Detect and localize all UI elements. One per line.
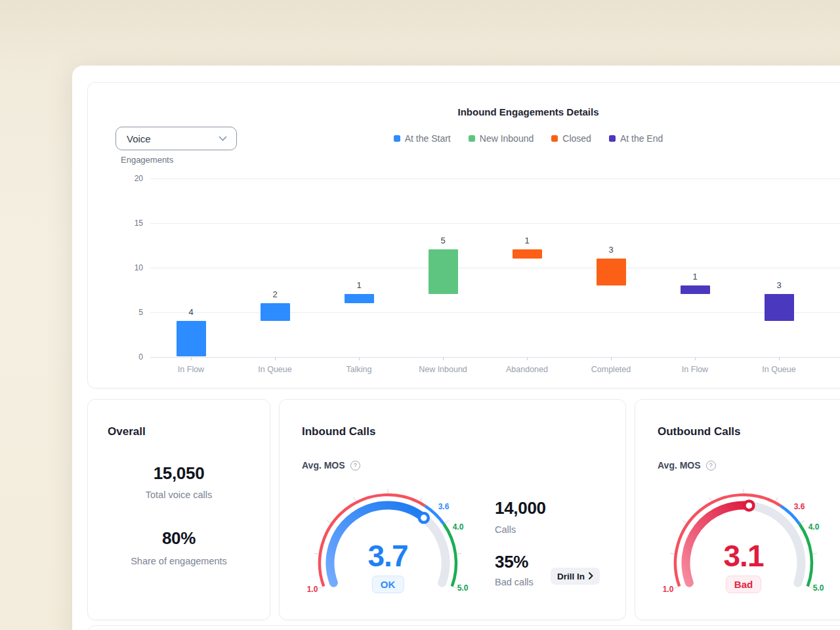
drill-in-button[interactable]: Drill In [551, 568, 600, 585]
gridline [150, 178, 840, 179]
bad-calls-label: Bad calls [495, 577, 534, 587]
mos-value: 3.1 [665, 538, 822, 574]
dashboard-window: Inbound Engagements Details Voice At the… [72, 66, 840, 630]
total-voice-calls-value: 15,050 [88, 463, 270, 484]
legend-item[interactable]: At the End [609, 133, 663, 144]
outbound-card-title: Outbound Calls [658, 425, 741, 438]
mos-gauge: 3.1 Bad 1.03.64.05.0 [665, 483, 822, 598]
gauge-scale-label: 3.6 [794, 502, 805, 511]
bar-value-label: 1 [675, 272, 715, 282]
bar-abandoned[interactable] [513, 249, 542, 259]
bar-value-label: 2 [255, 289, 295, 300]
x-axis-tick [611, 358, 612, 360]
chart-title: Inbound Engagements Details [88, 106, 840, 117]
x-axis-tick [359, 358, 360, 360]
legend-swatch-icon [394, 135, 400, 142]
gauge-scale-label: 1.0 [663, 585, 674, 594]
mos-gauge: 3.7 OK 1.03.64.05.0 [309, 483, 467, 598]
legend-swatch-icon [609, 135, 616, 142]
mos-status-badge: OK [372, 576, 404, 593]
calls-label: Calls [495, 524, 516, 535]
x-axis-tick [527, 358, 528, 360]
bar-value-label: 3 [591, 245, 631, 255]
gridline [150, 357, 840, 358]
y-axis-title: Engagements [121, 155, 173, 165]
bar-talking[interactable] [345, 294, 374, 303]
legend-item[interactable]: New Inbound [469, 133, 534, 144]
x-axis-tick [695, 358, 696, 360]
y-axis-tick-label: 5 [88, 307, 143, 318]
overall-card-title: Overall [108, 425, 146, 438]
bar-new-inbound[interactable] [429, 249, 458, 294]
bar-in-queue[interactable] [765, 294, 794, 321]
outbound-calls-card: Outbound Calls Avg. MOS ? 3.1 Bad 1.03.6… [635, 399, 840, 620]
bar-value-label: 4 [171, 307, 211, 318]
legend-item[interactable]: Closed [551, 133, 591, 144]
x-axis-category-label: In Flow [653, 364, 737, 375]
x-axis-tick [191, 358, 192, 360]
legend-label: At the Start [405, 133, 451, 144]
legend-swatch-icon [551, 135, 558, 142]
info-icon[interactable]: ? [350, 461, 360, 471]
x-axis-tick [779, 358, 780, 360]
inbound-card-title: Inbound Calls [302, 425, 375, 438]
y-axis-tick-label: 20 [88, 173, 143, 184]
legend-item[interactable]: At the Start [394, 133, 451, 144]
bar-value-label: 1 [507, 236, 547, 246]
gauge-scale-label: 5.0 [457, 583, 469, 593]
bar-value-label: 3 [759, 280, 799, 291]
bar-completed[interactable] [597, 259, 626, 285]
gridline [150, 268, 840, 268]
y-axis-tick-label: 15 [88, 218, 143, 228]
x-axis-category-label: Abandoned [485, 364, 569, 375]
chevron-right-icon [589, 572, 593, 581]
bar-in-flow[interactable] [681, 285, 710, 295]
legend-label: Closed [562, 133, 591, 144]
x-axis-category-label: In Queue [233, 364, 317, 375]
legend-label: At the End [620, 133, 663, 144]
chart-legend: At the StartNew InboundClosedAt the End [88, 133, 840, 144]
engagements-chart-card: Inbound Engagements Details Voice At the… [87, 82, 840, 388]
bar-in-flow[interactable] [177, 321, 206, 356]
info-icon[interactable]: ? [706, 461, 716, 471]
calls-value: 14,000 [495, 498, 546, 518]
x-axis-category-label: Talking [317, 364, 401, 375]
legend-label: New Inbound [480, 133, 534, 144]
x-axis-tick [275, 358, 276, 360]
gauge-scale-label: 4.0 [808, 522, 820, 532]
mos-value: 3.7 [309, 538, 467, 574]
next-row-card-edge [87, 625, 840, 630]
gauge-scale-label: 5.0 [813, 583, 824, 593]
bar-value-label: 1 [339, 280, 379, 291]
inbound-calls-card: Inbound Calls Avg. MOS ? 3.7 OK 1.03.64.… [279, 399, 626, 620]
gridline [150, 312, 840, 313]
gridline [150, 223, 840, 224]
share-of-engagements-label: Share of engagements [88, 556, 270, 566]
total-voice-calls-label: Total voice calls [88, 490, 270, 500]
legend-swatch-icon [469, 135, 475, 142]
avg-mos-label: Avg. MOS [658, 460, 701, 471]
y-axis-tick-label: 10 [88, 262, 143, 273]
x-axis-category-label: In Queue [737, 364, 821, 375]
x-axis-category-label: In Flow [149, 364, 233, 375]
share-of-engagements-value: 80% [88, 528, 270, 549]
y-axis-tick-label: 0 [88, 352, 143, 362]
x-axis-tick [443, 358, 444, 360]
x-axis-category-label: New Inbound [401, 364, 485, 375]
gauge-scale-label: 1.0 [307, 585, 318, 594]
overall-card: Overall 15,050 Total voice calls 80% Sha… [87, 399, 270, 620]
bar-in-queue[interactable] [261, 303, 290, 321]
gauge-scale-label: 3.6 [438, 502, 450, 511]
avg-mos-label: Avg. MOS [302, 460, 345, 471]
mos-status-badge: Bad [726, 576, 761, 593]
bad-calls-value: 35% [495, 552, 528, 572]
x-axis-category-label: Completed [569, 364, 653, 375]
bar-value-label: 5 [423, 236, 463, 246]
gauge-scale-label: 4.0 [453, 522, 464, 532]
